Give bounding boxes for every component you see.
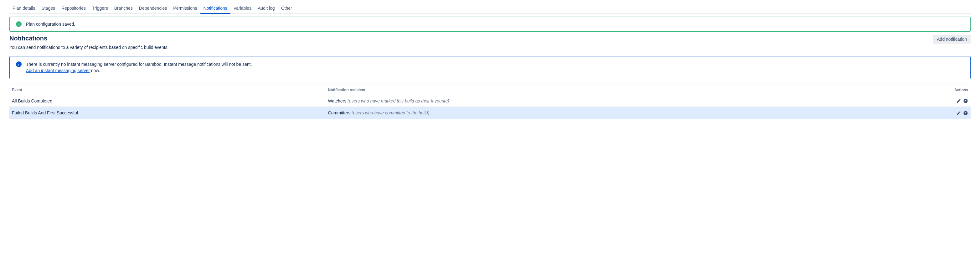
info-text-2: now. [90,68,100,73]
recipient-desc: (users who have committed to the build) [352,110,429,115]
tab-dependencies[interactable]: Dependencies [136,3,170,14]
success-message: Plan configuration saved. [26,22,75,27]
tab-repositories[interactable]: Repositories [58,3,89,14]
tab-variables[interactable]: Variables [231,3,255,14]
cell-recipient: Watchers (users who have marked this bui… [326,95,887,107]
table-header-row: Event Notification recipient Actions [10,85,970,95]
info-banner: i There is currently no instant messagin… [10,56,970,79]
table-row: Failed Builds And First Successful Commi… [10,107,970,119]
col-event: Event [10,85,326,95]
recipient-name: Watchers [328,98,347,104]
page-title: Notifications [10,35,47,42]
add-notification-button[interactable]: Add notification [933,35,970,43]
success-banner: Plan configuration saved. [10,17,970,32]
cell-event: All Builds Completed [10,95,326,107]
info-text-1: There is currently no instant messaging … [26,62,252,67]
col-actions: Actions [887,85,970,95]
table-row: All Builds Completed Watchers (users who… [10,95,970,107]
notifications-table: Event Notification recipient Actions All… [10,85,970,119]
cell-actions [887,95,970,107]
tab-audit-log[interactable]: Audit log [255,3,278,14]
edit-icon[interactable] [956,111,961,116]
info-content: There is currently no instant messaging … [26,61,252,73]
add-im-server-link[interactable]: Add an instant messaging server [26,68,90,73]
header-row: Notifications Add notification [10,35,970,43]
cell-actions [887,107,970,119]
recipient-desc: (users who have marked this build as the… [348,98,449,104]
cell-recipient: Committers (users who have committed to … [326,107,887,119]
tab-stages[interactable]: Stages [38,3,58,14]
tab-notifications[interactable]: Notifications [200,3,231,14]
tab-bar: Plan details Stages Repositories Trigger… [10,3,970,14]
tab-plan-details[interactable]: Plan details [10,3,38,14]
tab-branches[interactable]: Branches [111,3,136,14]
info-icon: i [16,61,22,67]
success-check-icon [16,21,22,27]
delete-icon[interactable] [963,98,968,104]
edit-icon[interactable] [956,98,961,104]
cell-event: Failed Builds And First Successful [10,107,326,119]
page-description: You can send notifications to a variety … [10,45,970,50]
col-recipient: Notification recipient [326,85,887,95]
tab-triggers[interactable]: Triggers [89,3,111,14]
recipient-name: Committers [328,110,351,115]
tab-other[interactable]: Other [278,3,295,14]
tab-permissions[interactable]: Permissions [170,3,200,14]
delete-icon[interactable] [963,111,968,116]
